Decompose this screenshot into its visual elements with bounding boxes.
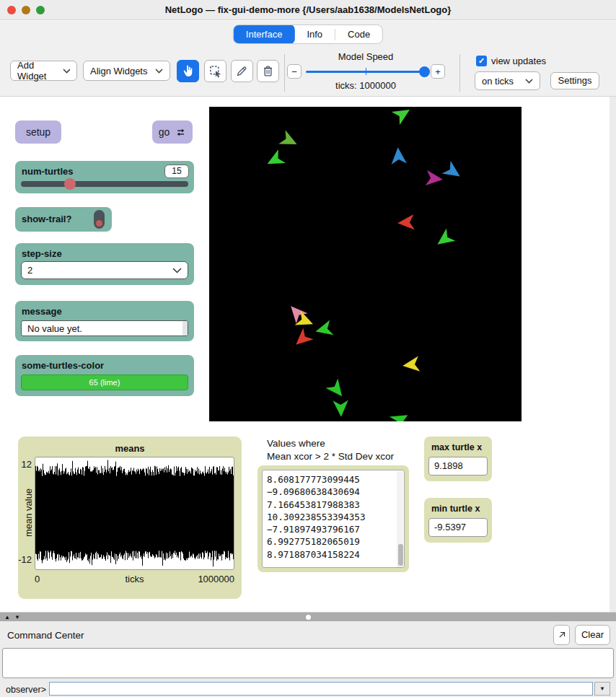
command-history-dropdown[interactable]: ▼: [594, 682, 610, 696]
step-size-chooser-widget: step-size 2: [15, 243, 194, 285]
zoom-window-button[interactable]: [36, 6, 45, 14]
toolbar-divider: [284, 54, 285, 92]
minimize-window-button[interactable]: [22, 6, 30, 14]
popout-command-center-button[interactable]: [553, 625, 570, 645]
output-note: Values where Mean xcor > 2 * Std Dev xco…: [267, 437, 394, 463]
message-input[interactable]: [21, 320, 188, 336]
turtle: [262, 146, 289, 173]
turtle: [388, 146, 409, 167]
update-mode-dropdown[interactable]: on ticks: [475, 71, 540, 90]
plot-area: [35, 457, 234, 570]
speed-slider-center-tick: [366, 68, 366, 75]
speed-slider-thumb[interactable]: [419, 66, 430, 77]
pointing-hand-icon: [181, 64, 195, 78]
tab-interface[interactable]: Interface: [234, 25, 295, 44]
step-size-dropdown[interactable]: 2: [21, 261, 188, 279]
observer-prompt: observer>: [6, 685, 46, 695]
add-widget-dropdown[interactable]: Add Widget: [10, 61, 77, 81]
num-turtles-track[interactable]: [21, 181, 188, 187]
world-view[interactable]: [209, 107, 522, 421]
delete-tool-button[interactable]: [257, 60, 279, 82]
toggle-off-dot: [96, 220, 102, 227]
show-trail-switch-widget: show-trail?: [15, 207, 112, 232]
min-turtle-x-value: -9.5397: [428, 518, 488, 537]
model-speed-label: Model Speed: [294, 51, 438, 62]
min-turtle-x-monitor: min turtle x -9.5397: [424, 498, 492, 543]
scrollbar-gutter[interactable]: [610, 97, 616, 612]
clear-button[interactable]: Clear: [575, 625, 610, 645]
command-input[interactable]: [49, 682, 593, 696]
tab-info[interactable]: Info: [294, 25, 335, 44]
speed-faster-button[interactable]: +: [431, 64, 445, 79]
message-label: message: [22, 306, 62, 317]
output-scrollbar-thumb[interactable]: [398, 544, 403, 566]
command-center-title: Command Center: [7, 630, 84, 641]
color-swatch-button[interactable]: 65 (lime): [21, 374, 188, 390]
output-scroll-area[interactable]: 8.608177773099445 −9.09680638430694 7.16…: [262, 470, 405, 568]
turtle: [396, 212, 417, 233]
num-turtles-label: num-turtles: [22, 166, 74, 177]
message-input-widget: message: [15, 301, 194, 341]
turtle: [388, 107, 415, 128]
go-forever-button[interactable]: go: [152, 120, 193, 144]
splitter-up-arrow[interactable]: ▲: [4, 614, 14, 621]
close-window-button[interactable]: [7, 6, 16, 14]
interface-toolbar: Add Widget Align Widgets Model Speed −: [0, 48, 616, 97]
plot-title: means: [18, 443, 242, 454]
tab-code[interactable]: Code: [335, 25, 382, 44]
toolbar-divider: [459, 54, 460, 92]
input-scrollbar[interactable]: [182, 321, 188, 336]
splitter-down-arrow[interactable]: ▼: [14, 614, 25, 621]
num-turtles-value[interactable]: 15: [164, 165, 189, 178]
window-title: NetLogo — fix-gui-demo-more {/Users/aab1…: [0, 0, 616, 20]
turtle: [431, 225, 458, 253]
go-button-label: go: [159, 126, 170, 138]
step-size-value: 2: [27, 265, 32, 276]
turtle: [312, 317, 336, 341]
settings-button[interactable]: Settings: [550, 72, 599, 89]
plot-ymin-tick: -12: [18, 554, 32, 565]
view-updates-label: view updates: [491, 56, 546, 66]
update-mode-value: on ticks: [482, 76, 514, 87]
num-turtles-thumb[interactable]: [64, 178, 76, 190]
ticks-counter: ticks: 1000000: [294, 80, 438, 91]
turtle: [400, 354, 422, 375]
plot-pen-trace: [35, 457, 234, 569]
trash-icon: [261, 64, 275, 78]
means-plot-widget: means 12 -12 mean value 0 ticks 1000000: [18, 437, 242, 599]
edit-tool-button[interactable]: [231, 60, 253, 82]
align-widgets-label: Align Widgets: [90, 66, 147, 76]
setup-button-label: setup: [26, 126, 50, 138]
command-center-splitter[interactable]: ▲▼: [0, 612, 616, 621]
select-tool-button[interactable]: [204, 60, 226, 82]
add-widget-label: Add Widget: [17, 60, 63, 82]
output-note-line1: Values where: [267, 437, 394, 450]
command-center-output[interactable]: [2, 648, 614, 678]
turtle-color-input-widget: some-turtles-color 65 (lime): [15, 355, 194, 396]
chevron-down-icon: [63, 69, 70, 74]
command-center: Command Center Clear observer> ▼: [0, 621, 616, 697]
title-bar: NetLogo — fix-gui-demo-more {/Users/aab1…: [0, 0, 616, 20]
output-widget: 8.608177773099445 −9.09680638430694 7.16…: [258, 465, 409, 572]
some-turtles-color-label: some-turtles-color: [22, 360, 104, 371]
interface-canvas: setup go num-turtles 15 show-trail? step…: [0, 97, 616, 612]
forever-loop-icon: [175, 127, 186, 138]
setup-button[interactable]: setup: [15, 120, 61, 144]
step-size-label: step-size: [22, 248, 62, 259]
splitter-drag-handle[interactable]: [306, 615, 311, 620]
show-trail-label: show-trail?: [22, 214, 71, 224]
min-turtle-x-label: min turtle x: [431, 504, 480, 514]
tab-row: Interface Info Code: [0, 21, 616, 48]
interact-tool-button[interactable]: [177, 60, 199, 82]
turtle: [387, 406, 413, 421]
chevron-down-icon: [525, 79, 533, 84]
view-updates-checkbox[interactable]: ✓: [476, 56, 487, 66]
max-turtle-x-monitor: max turtle x 9.1898: [424, 437, 492, 481]
max-turtle-x-value: 9.1898: [428, 457, 488, 475]
output-note-line2: Mean xcor > 2 * Std Dev xcor: [267, 450, 394, 463]
plot-xmax-tick: 1000000: [35, 574, 234, 584]
align-widgets-dropdown[interactable]: Align Widgets: [83, 61, 170, 81]
speed-slower-button[interactable]: −: [287, 64, 302, 79]
show-trail-toggle[interactable]: [94, 210, 105, 229]
plot-y-axis-label: mean value: [23, 484, 34, 542]
